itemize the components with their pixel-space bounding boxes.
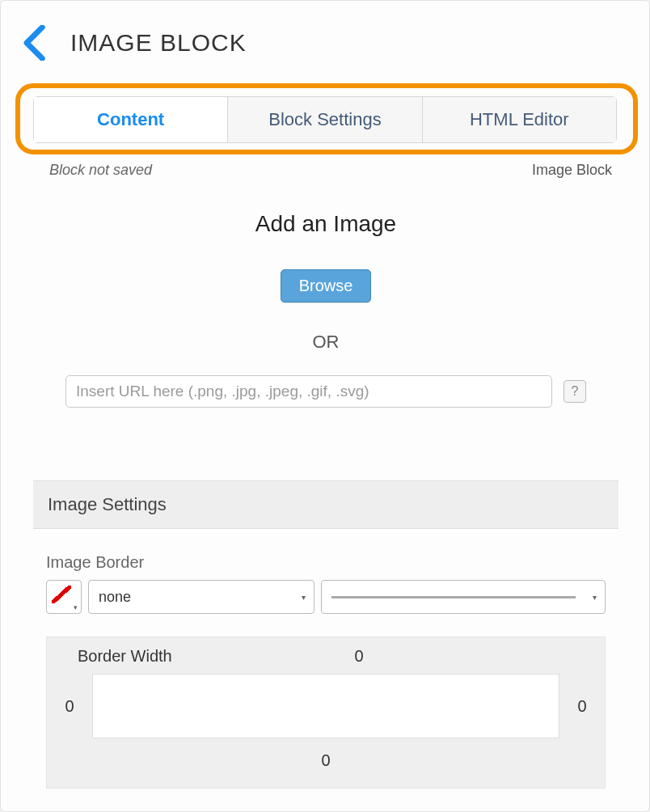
add-image-heading: Add an Image — [33, 211, 618, 237]
border-width-bottom[interactable]: 0 — [61, 751, 590, 770]
border-style-value: none — [99, 589, 131, 606]
back-button[interactable] — [22, 25, 49, 61]
url-help-button[interactable]: ? — [563, 380, 586, 403]
border-width-right[interactable]: 0 — [574, 697, 590, 716]
chevron-down-icon: ▾ — [74, 603, 78, 611]
chevron-down-icon: ▾ — [593, 593, 597, 602]
border-color-picker[interactable]: ▾ — [46, 580, 82, 614]
tab-block-settings[interactable]: Block Settings — [228, 96, 422, 143]
browse-button[interactable]: Browse — [281, 269, 372, 302]
page-title: IMAGE BLOCK — [70, 29, 247, 57]
border-width-top[interactable]: 0 — [265, 647, 453, 666]
tab-html-editor[interactable]: HTML Editor — [423, 96, 617, 143]
tab-content[interactable]: Content — [33, 96, 228, 143]
block-status: Block not saved — [49, 162, 152, 179]
border-line-style-select[interactable]: ▾ — [321, 580, 606, 614]
image-border-label: Image Border — [46, 553, 606, 572]
image-settings-header: Image Settings — [33, 480, 618, 529]
or-divider: OR — [33, 332, 618, 353]
content-scroll[interactable]: Block not saved Image Block Add an Image… — [33, 159, 627, 800]
image-url-input[interactable] — [65, 375, 552, 408]
border-width-label: Border Width — [78, 647, 265, 666]
line-sample-icon — [331, 596, 576, 598]
block-type-label: Image Block — [532, 162, 617, 179]
border-style-select[interactable]: none ▾ — [88, 580, 314, 614]
border-width-box: Border Width 0 0 0 0 — [46, 636, 606, 789]
border-width-preview — [92, 674, 559, 738]
border-width-left[interactable]: 0 — [61, 697, 78, 716]
tabs: Content Block Settings HTML Editor — [33, 96, 617, 143]
chevron-down-icon: ▾ — [302, 593, 306, 602]
